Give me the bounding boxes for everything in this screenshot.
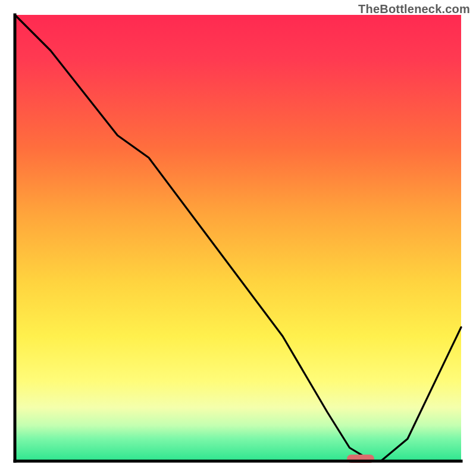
chart-container: TheBottleneck.com: [0, 0, 476, 476]
optimal-marker: [347, 455, 374, 463]
gradient-plot-area: [15, 15, 461, 461]
watermark-text: TheBottleneck.com: [358, 2, 470, 16]
